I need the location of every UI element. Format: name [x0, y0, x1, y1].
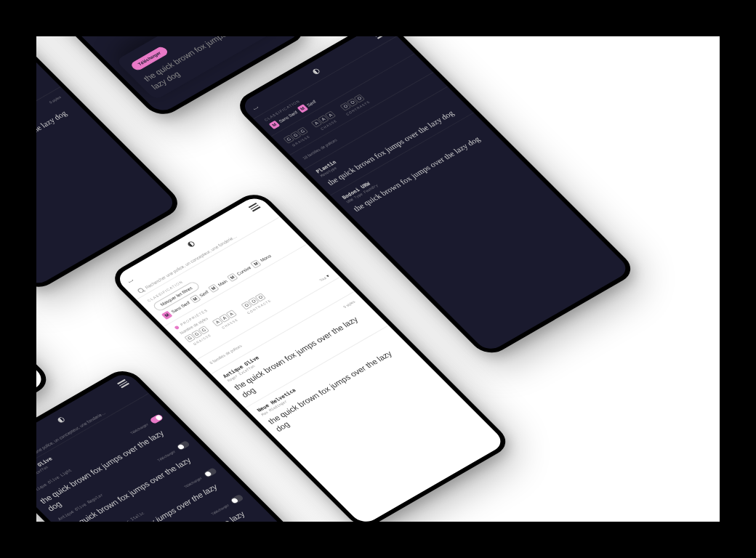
menu-icon[interactable] [249, 203, 261, 211]
logo-icon[interactable]: ⎵ [249, 102, 259, 110]
contrast-icon[interactable] [311, 68, 321, 75]
contrast-icon[interactable] [186, 240, 196, 248]
logo-icon[interactable]: ⎵ [124, 275, 134, 283]
phone-grid: ‹⎵ Antique Olive Roger Excoffon 11 famil… [36, 36, 720, 522]
menu-icon[interactable] [117, 379, 129, 388]
mockup-stage: ‹⎵ Antique Olive Roger Excoffon 11 famil… [36, 36, 720, 522]
toggle[interactable] [149, 413, 164, 424]
menu-icon[interactable] [374, 36, 386, 39]
contrast-icon[interactable] [56, 416, 65, 424]
font-card-plantin[interactable]: PlantinMonotype9 styles the quick brown … [36, 86, 87, 195]
